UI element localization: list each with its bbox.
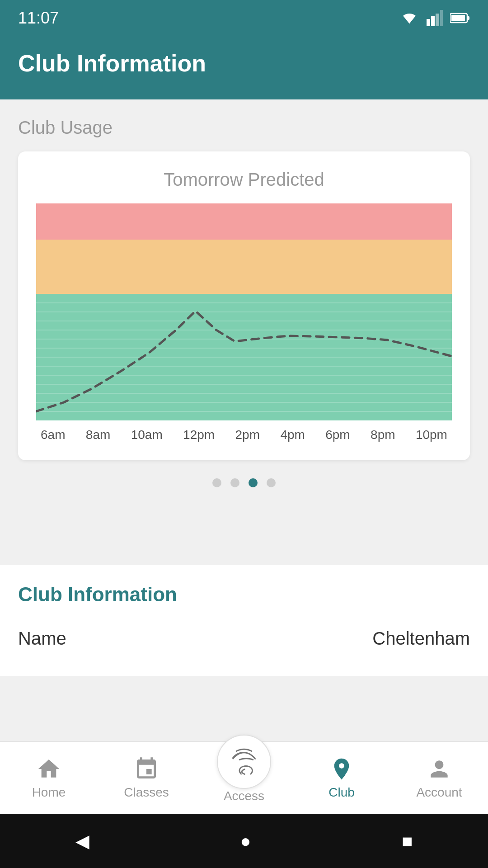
dot-3[interactable] — [249, 478, 258, 487]
x-label-12pm: 12pm — [183, 428, 215, 442]
chart-title: Tomorrow Predicted — [36, 170, 452, 190]
nav-label-account: Account — [416, 785, 462, 800]
chart-card: Tomorrow Predicted — [18, 151, 470, 460]
bottom-nav: Home Classes Access Club Account — [0, 741, 488, 814]
home-icon — [36, 756, 61, 782]
svg-rect-8 — [36, 240, 452, 294]
nav-label-access: Access — [224, 789, 264, 803]
home-button[interactable]: ● — [240, 831, 251, 851]
chart-x-labels: 6am 8am 10am 12pm 2pm 4pm 6pm 8pm 10pm — [36, 420, 452, 442]
x-label-6am: 6am — [41, 428, 65, 442]
x-label-4pm: 4pm — [280, 428, 305, 442]
signal-icon — [427, 10, 443, 26]
svg-rect-7 — [36, 203, 452, 240]
status-bar: 11:07 — [0, 0, 488, 36]
classes-icon — [134, 756, 159, 782]
status-icons — [399, 10, 470, 26]
chart-svg — [36, 203, 452, 420]
nav-label-home: Home — [32, 785, 66, 800]
recents-button[interactable]: ■ — [402, 831, 413, 851]
nav-item-access[interactable]: Access — [195, 753, 293, 803]
svg-rect-6 — [451, 15, 465, 21]
svg-rect-3 — [440, 10, 443, 26]
main-content: Club Usage Tomorrow Predicted — [0, 99, 488, 524]
nav-label-classes: Classes — [124, 785, 169, 800]
status-time: 11:07 — [18, 9, 59, 28]
chart-area — [36, 203, 452, 420]
x-label-10pm: 10pm — [416, 428, 447, 442]
battery-icon — [450, 12, 470, 24]
x-label-8pm: 8pm — [371, 428, 395, 442]
x-label-2pm: 2pm — [235, 428, 260, 442]
x-label-8am: 8am — [86, 428, 110, 442]
access-circle — [217, 735, 271, 789]
wifi-icon — [399, 10, 419, 26]
section-title: Club Usage — [0, 118, 488, 151]
svg-rect-2 — [436, 14, 439, 26]
club-info-name-label: Name — [18, 628, 66, 649]
svg-rect-5 — [467, 16, 469, 20]
nav-item-club[interactable]: Club — [293, 752, 390, 804]
svg-rect-1 — [431, 16, 435, 26]
nav-item-classes[interactable]: Classes — [98, 752, 195, 804]
club-info-name-value: Cheltenham — [372, 628, 470, 649]
back-button[interactable]: ◀ — [75, 830, 89, 851]
nav-item-account[interactable]: Account — [390, 752, 488, 804]
dots-indicator — [0, 460, 488, 505]
club-icon — [329, 756, 354, 782]
x-label-10am: 10am — [131, 428, 163, 442]
android-nav: ◀ ● ■ — [0, 814, 488, 868]
header: Club Information — [0, 36, 488, 99]
club-info-name-row: Name Cheltenham — [18, 619, 470, 658]
account-icon — [427, 756, 452, 782]
nav-label-club: Club — [328, 785, 355, 800]
dot-4[interactable] — [267, 478, 276, 487]
club-info-title: Club Information — [18, 583, 470, 606]
dot-2[interactable] — [230, 478, 239, 487]
nav-item-home[interactable]: Home — [0, 752, 98, 804]
header-title: Club Information — [18, 50, 470, 77]
dot-1[interactable] — [212, 478, 221, 487]
club-info-section: Club Information Name Cheltenham — [0, 565, 488, 676]
fingerprint-icon — [228, 746, 260, 778]
svg-rect-0 — [427, 19, 430, 26]
x-label-6pm: 6pm — [325, 428, 350, 442]
